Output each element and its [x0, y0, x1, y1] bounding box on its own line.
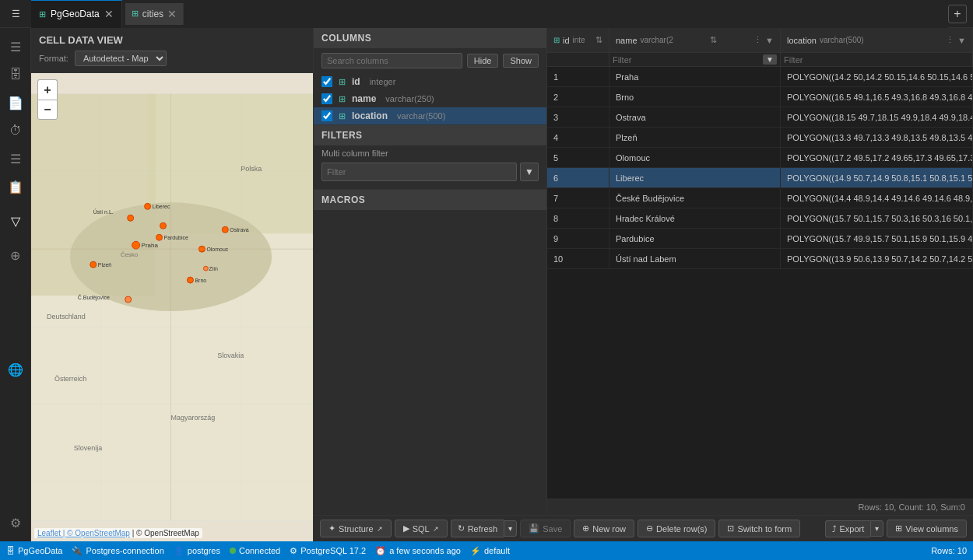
hamburger-menu[interactable]: ☰	[0, 0, 31, 28]
sidebar-icon-settings[interactable]: ⚙	[3, 510, 28, 535]
td-location: POLYGON((18.15 49.7,18.15 49.9,18.4 49.9…	[781, 107, 973, 127]
content-area: COLUMNS Hide Show ⊞ id integer ⊞	[314, 28, 973, 515]
td-location: POLYGON((15.7 50.1,15.7 50.3,16 50.3,16 …	[781, 208, 973, 228]
table-row[interactable]: 1 Praha POLYGON((14.2 50,14.2 50.15,14.6…	[547, 67, 973, 87]
sidebar-icon-earth[interactable]: 🌐	[3, 357, 28, 382]
main-tab-close[interactable]: ✕	[104, 8, 114, 20]
main-area: ☰ 🗄 📄 ⏱ ☰ 📋 ▽ ⊕ 🌐 ⚙ CELL DATA VIEW Forma…	[0, 28, 973, 541]
cities-tab-label: cities	[142, 9, 163, 19]
table-row[interactable]: 8 Hradec Králové POLYGON((15.7 50.1,15.7…	[547, 208, 973, 229]
map-svg: Praha Pardubice Plzeň Ostrava Olomouc Br…	[31, 73, 313, 541]
new-row-button[interactable]: ⊕ New row	[574, 520, 634, 537]
filter-options-button[interactable]: ▼	[520, 163, 539, 181]
macros-panel-header: MACROS	[314, 190, 546, 210]
column-type-id: integer	[370, 77, 396, 86]
tf-name: ▼	[609, 53, 781, 66]
column-name-id: id	[352, 76, 360, 87]
svg-text:Č.Budějovice: Č.Budějovice	[78, 294, 110, 301]
status-db: 🗄 PgGeoData	[6, 546, 62, 555]
column-item-id: ⊞ id integer	[314, 73, 546, 90]
location-filter-input[interactable]	[784, 55, 969, 65]
multi-filter-input[interactable]	[321, 163, 517, 181]
table-row[interactable]: 6 Liberec POLYGON((14.9 50.7,14.9 50.8,1…	[547, 168, 973, 188]
th-name-more-icon[interactable]: ⋮	[753, 35, 762, 45]
new-tab-button[interactable]: +	[948, 5, 967, 23]
map-attribution: Leaflet | © OpenStreetMap | © OpenStreet…	[34, 528, 202, 538]
td-location: POLYGON((16.5 49.1,16.5 49.3,16.8 49.3,1…	[781, 87, 973, 107]
svg-text:Ostrava: Ostrava	[230, 227, 249, 233]
sidebar-icon-menu[interactable]: ☰	[3, 34, 28, 59]
format-select[interactable]: Autodetect - Map	[75, 51, 167, 66]
svg-point-24	[128, 215, 134, 221]
export-group: ⤴ Export ▾	[825, 520, 884, 537]
status-rows: Rows: 10	[931, 546, 967, 555]
th-name-sort-icon[interactable]: ⇅	[710, 35, 717, 45]
table-header-row: ⊞ id inte ⇅ name varchar(2 ⇅ ⋮ ▼ locatio…	[547, 28, 973, 53]
sidebar-icon-layers[interactable]: ⊕	[3, 243, 28, 268]
columns-search-input[interactable]	[321, 53, 462, 68]
view-columns-button[interactable]: ⊞ View columns	[887, 520, 967, 537]
delete-row-button[interactable]: ⊖ Delete row(s)	[638, 520, 715, 537]
th-location-more-icon[interactable]: ⋮	[946, 35, 954, 45]
th-id-sort-icon[interactable]: ⇅	[595, 35, 602, 45]
user-icon: 👤	[174, 546, 184, 556]
th-id-type: inte	[573, 36, 585, 44]
cities-tab-close[interactable]: ✕	[167, 8, 177, 20]
name-filter-input[interactable]	[613, 55, 763, 65]
columns-show-button[interactable]: Show	[503, 54, 539, 68]
columns-hide-button[interactable]: Hide	[467, 54, 499, 68]
sidebar-icon-triangle[interactable]: ▽	[3, 208, 28, 233]
td-location: POLYGON((13.9 50.6,13.9 50.7,14.2 50.7,1…	[781, 249, 973, 268]
sidebar-icon-list[interactable]: ☰	[3, 146, 28, 171]
sql-button[interactable]: ▶ SQL ↗	[395, 520, 448, 537]
save-button[interactable]: 💾 Save	[520, 520, 571, 537]
column-checkbox-location[interactable]	[321, 110, 332, 121]
svg-point-17	[187, 277, 193, 283]
status-connected-label: Connected	[239, 546, 280, 555]
refresh-button[interactable]: ↻ Refresh	[451, 520, 504, 537]
table-row[interactable]: 10 Ústí nad Labem POLYGON((13.9 50.6,13.…	[547, 249, 973, 269]
svg-text:Plzeň: Plzeň	[98, 262, 112, 268]
cities-tab[interactable]: ⊞ cities ✕	[125, 3, 184, 25]
sidebar-icon-history[interactable]: ⏱	[3, 118, 28, 143]
structure-button[interactable]: ✦ Structure ↗	[320, 520, 392, 537]
table-row[interactable]: 4 Plzeň POLYGON((13.3 49.7,13.3 49.8,13.…	[547, 128, 973, 148]
column-type-location: varchar(500)	[397, 111, 445, 121]
main-tab[interactable]: ⊞ PgGeoData ✕	[31, 0, 122, 28]
td-location: POLYGON((17.2 49.5,17.2 49.65,17.3 49.65…	[781, 148, 973, 167]
th-name-filter-icon[interactable]: ▼	[765, 36, 774, 45]
th-location-label: location	[787, 36, 817, 45]
status-rows-label: Rows: 10	[931, 546, 967, 555]
status-connected: Connected	[230, 546, 280, 555]
sidebar-icon-database[interactable]: 🗄	[3, 62, 28, 87]
svg-point-21	[125, 296, 132, 303]
format-row: Format: Autodetect - Map	[39, 51, 305, 66]
refresh-icon: ↻	[458, 523, 465, 534]
sidebar-icon-book[interactable]: 📋	[3, 174, 28, 199]
column-checkbox-name[interactable]	[321, 93, 332, 104]
name-filter-button[interactable]: ▼	[763, 54, 777, 65]
zoom-out-button[interactable]: −	[37, 100, 58, 120]
svg-text:Polska: Polska	[241, 165, 262, 173]
table-row[interactable]: 5 Olomouc POLYGON((17.2 49.5,17.2 49.65,…	[547, 148, 973, 168]
table-row[interactable]: 2 Brno POLYGON((16.5 49.1,16.5 49.3,16.8…	[547, 87, 973, 107]
table-row[interactable]: 3 Ostrava POLYGON((18.15 49.7,18.15 49.9…	[547, 107, 973, 128]
export-dropdown-button[interactable]: ▾	[870, 520, 883, 537]
column-checkbox-id[interactable]	[321, 76, 332, 87]
status-pg-version-label: PostgreSQL 17.2	[300, 546, 366, 555]
switch-to-form-button[interactable]: ⊡ Switch to form	[718, 520, 800, 537]
columns-panel: COLUMNS Hide Show ⊞ id integer ⊞	[314, 28, 546, 125]
sidebar-icons: ☰ 🗄 📄 ⏱ ☰ 📋 ▽ ⊕ 🌐 ⚙	[0, 28, 31, 541]
zoom-in-button[interactable]: +	[37, 79, 58, 100]
table-row[interactable]: 9 Pardubice POLYGON((15.7 49.9,15.7 50.1…	[547, 229, 973, 249]
export-button[interactable]: ⤴ Export	[825, 520, 871, 537]
id-filter-input[interactable]	[550, 55, 606, 65]
switch-icon: ⊡	[727, 523, 734, 534]
td-id: 3	[547, 107, 609, 127]
leaflet-link[interactable]: Leaflet | © OpenStreetMap	[37, 529, 130, 537]
svg-point-9	[156, 234, 163, 240]
sidebar-icon-file[interactable]: 📄	[3, 90, 28, 115]
table-row[interactable]: 7 České Budějovice POLYGON((14.4 48.9,14…	[547, 188, 973, 208]
refresh-dropdown-button[interactable]: ▾	[504, 520, 517, 537]
th-location-filter-icon[interactable]: ▼	[957, 36, 966, 45]
